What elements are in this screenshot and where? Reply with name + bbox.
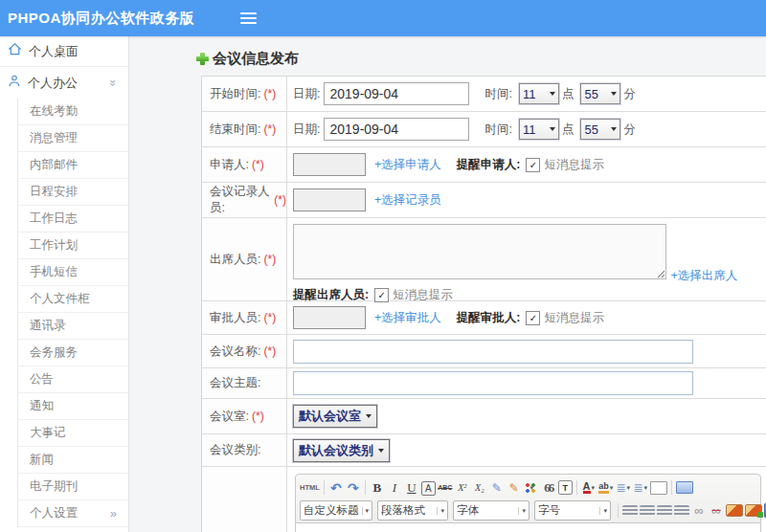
sms-checkbox[interactable]	[526, 158, 540, 172]
approver-input[interactable]	[293, 306, 366, 329]
heading-select[interactable]: 自定义标题▾	[300, 500, 372, 521]
meeting-room-select[interactable]: 默认会议室	[293, 405, 377, 428]
remove-format-icon[interactable]: ✎	[489, 479, 505, 496]
meeting-name-input[interactable]	[293, 340, 693, 364]
required-mark: (*)	[263, 311, 276, 324]
sidebar-subitem[interactable]: 通讯录	[18, 313, 128, 340]
toolbar-separator	[618, 503, 619, 518]
justify-icon[interactable]	[674, 505, 689, 516]
sidebar-subitem[interactable]: 在线考勤	[18, 99, 128, 125]
dropdown-caret-icon: ▾	[627, 484, 631, 492]
new-page-icon[interactable]	[650, 481, 667, 495]
font-color-icon[interactable]: A▾	[581, 479, 597, 496]
sidebar-subitem[interactable]: 个人文件柜	[18, 286, 128, 313]
page-title: 会议信息发布	[196, 49, 766, 68]
choose-applicant-link[interactable]: +选择申请人	[374, 157, 441, 173]
field-label: 会议名称:	[210, 344, 260, 360]
sidebar-subitem[interactable]: 大事记	[18, 420, 128, 447]
sidebar-subitem[interactable]: 日程安排	[18, 179, 128, 206]
select-arrow-icon	[378, 449, 384, 453]
sidebar-item-supervision[interactable]: 督查督办	[0, 527, 128, 532]
choose-attendees-link[interactable]: +选择出席人	[670, 268, 737, 284]
field-label: 会议记录人员:	[210, 184, 271, 216]
dropdown-caret-icon: ▾	[530, 484, 534, 492]
upload-image-icon[interactable]	[745, 504, 762, 517]
meeting-category-select[interactable]: 默认会议类别	[293, 439, 390, 462]
sidebar-subitem[interactable]: 会务服务	[18, 340, 128, 366]
sidebar-item-label: 个人桌面	[29, 43, 79, 60]
paste-text-icon[interactable]: T	[558, 480, 573, 495]
dropdown-caret-icon: ▾	[362, 507, 370, 515]
sidebar-item-label: 个人设置	[30, 506, 78, 520]
bold-icon[interactable]: B	[370, 479, 385, 496]
ordered-list-icon[interactable]: ≣▾	[616, 479, 631, 496]
end-date-input[interactable]	[324, 118, 469, 141]
blockquote-icon[interactable]: 66	[541, 479, 556, 496]
html-source-button[interactable]: HTML	[300, 479, 320, 496]
attendees-textarea[interactable]	[293, 224, 666, 279]
hamburger-menu-icon[interactable]	[240, 17, 257, 19]
editor-content-area[interactable]	[295, 523, 761, 532]
undo-icon[interactable]: ↶	[328, 479, 344, 496]
recorder-input[interactable]	[293, 188, 366, 211]
sms-checkbox[interactable]	[526, 311, 540, 325]
end-hour-select[interactable]: 11	[519, 119, 559, 140]
subscript-icon[interactable]: X₂	[472, 479, 487, 496]
required-mark: (*)	[252, 410, 264, 423]
select-arrow-icon	[550, 92, 555, 96]
paragraph-select[interactable]: 段落格式▾	[377, 500, 448, 521]
editor-toolbar: HTML↶↷BIUAABCX²X₂✎✎▾66TA▾ab▾≣▾≣▾ 自定义标题▾段…	[295, 474, 761, 523]
image-icon[interactable]	[726, 504, 743, 517]
align-center-icon[interactable]	[640, 505, 655, 516]
fullscreen-icon[interactable]	[676, 481, 693, 494]
dropdown-caret-icon: ▾	[437, 507, 444, 515]
start-hour-select[interactable]: 11	[519, 83, 559, 104]
end-minute-select[interactable]: 55	[580, 119, 620, 140]
sidebar-subitem[interactable]: 工作日志	[18, 206, 128, 233]
dropdown-caret-icon: ▾	[518, 507, 526, 515]
link-icon[interactable]: ∞	[691, 502, 707, 519]
sms-checkbox[interactable]	[374, 288, 389, 302]
sidebar-subitem[interactable]: 公告	[18, 366, 128, 393]
format-brush-icon[interactable]: ✎	[507, 479, 522, 496]
align-left-icon[interactable]	[622, 505, 638, 516]
editor-toolbar-row1: HTML↶↷BIUAABCX²X₂✎✎▾66TA▾ab▾≣▾≣▾	[299, 477, 757, 498]
sidebar-item-personal-office[interactable]: 个人办公	[0, 67, 128, 99]
sidebar-subitem-settings[interactable]: 个人设置	[18, 500, 128, 527]
color-palette-icon[interactable]: ▾	[524, 481, 539, 494]
sidebar-subitem[interactable]: 新闻	[18, 447, 128, 474]
form-row-attendees: 出席人员: (*) +选择出席人 提醒出席人员: 短消息提示	[202, 218, 766, 301]
unordered-list-icon[interactable]: ≣▾	[633, 479, 648, 496]
font-style-icon[interactable]: A	[421, 481, 436, 496]
select-arrow-icon	[366, 414, 372, 418]
choose-recorder-link[interactable]: +选择记录员	[374, 192, 441, 209]
sidebar-subitem[interactable]: 工作计划	[18, 233, 128, 259]
highlight-color-icon[interactable]: ab▾	[598, 479, 614, 496]
applicant-input[interactable]	[293, 153, 366, 176]
sidebar-item-desktop[interactable]: 个人桌面	[0, 36, 128, 67]
font-size-select[interactable]: 字号▾	[534, 500, 611, 521]
dropdown-caret-icon: ▾	[610, 484, 614, 492]
font-family-select[interactable]: 字体▾	[453, 500, 529, 521]
unlink-icon[interactable]: ∞	[709, 502, 724, 519]
sidebar-subitem[interactable]: 内部邮件	[18, 152, 128, 179]
italic-icon[interactable]: I	[387, 479, 402, 496]
sidebar-subitem[interactable]: 手机短信	[18, 259, 128, 286]
meeting-form: 开始时间: (*) 日期: 时间: 11 点 55 分 结束时间: (*)	[201, 76, 766, 532]
strikethrough-icon[interactable]: ABC	[438, 479, 453, 496]
meeting-subject-input[interactable]	[293, 371, 693, 395]
sidebar-subitem[interactable]: 消息管理	[18, 125, 128, 152]
start-minute-select[interactable]: 55	[580, 83, 620, 104]
required-mark: (*)	[263, 87, 276, 100]
toolbar-separator	[324, 480, 325, 495]
sidebar-subitem[interactable]: 电子期刊	[18, 474, 128, 500]
superscript-icon[interactable]: X²	[455, 479, 470, 496]
required-mark: (*)	[274, 193, 286, 207]
underline-icon[interactable]: U	[404, 479, 419, 496]
redo-icon[interactable]: ↷	[346, 479, 361, 496]
start-date-input[interactable]	[324, 82, 469, 105]
choose-approver-link[interactable]: +选择审批人	[374, 310, 441, 326]
form-row-recorder: 会议记录人员: (*) +选择记录员	[202, 183, 766, 218]
sidebar-subitem[interactable]: 通知	[18, 393, 128, 420]
align-right-icon[interactable]	[657, 505, 672, 516]
